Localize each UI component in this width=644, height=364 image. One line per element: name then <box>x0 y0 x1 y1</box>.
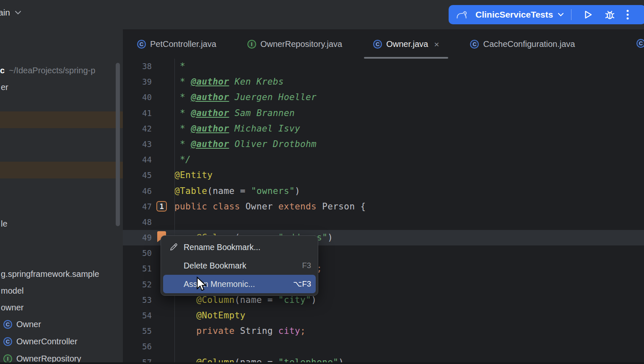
code-token: ) <box>295 186 300 196</box>
line-number[interactable]: 40 <box>123 90 174 105</box>
code-line-48[interactable]: 48 <box>123 214 644 230</box>
tree-item-highlighted[interactable] <box>0 111 123 128</box>
code-editor[interactable]: 38 *39 * @author Ken Krebs40 * @author J… <box>123 59 644 364</box>
line-number[interactable]: 45 <box>123 168 174 183</box>
code-token: @author <box>191 139 229 149</box>
tab-label: Owner.java <box>386 39 428 49</box>
code-token: Owner <box>246 201 278 212</box>
line-number[interactable]: 42 <box>123 121 174 137</box>
code-line-43[interactable]: 43 * @author Oliver Drotbohm <box>123 137 644 152</box>
menu-item-assign-mnemonic[interactable]: Assign Mnemonic...⌥F3 <box>163 275 316 293</box>
code-line-47[interactable]: 47public class Owner extends Person { <box>123 199 644 214</box>
code-line-45[interactable]: 45@Entity <box>123 168 644 183</box>
tree-item-owner[interactable]: owner <box>0 300 123 315</box>
tree-item-project-root[interactable]: c ~/IdeaProjects/spring-p <box>0 63 123 78</box>
tab-label: OwnerRepository.java <box>260 39 342 49</box>
tree-item-le[interactable]: le <box>0 216 123 231</box>
tab-cacheconfiguration-java[interactable]: CCacheConfiguration.java <box>460 29 585 59</box>
menu-item-rename-bookmark[interactable]: Rename Bookmark... <box>161 238 318 256</box>
chevron-down-icon <box>15 11 21 15</box>
code-token: Michael Isvy <box>229 124 300 134</box>
code-token: * <box>174 77 191 87</box>
line-number[interactable]: 54 <box>123 308 174 323</box>
main-toolbar: ain ClinicServiceTests <box>0 0 644 29</box>
line-number[interactable]: 41 <box>123 106 174 121</box>
line-number[interactable]: 46 <box>123 183 174 199</box>
more-vertical-icon <box>626 9 629 20</box>
debug-button[interactable] <box>604 9 615 21</box>
menu-item-label: Delete Bookmark <box>184 261 247 271</box>
tab-partial-class-icon: C <box>636 39 644 48</box>
tree-item-label: model <box>1 286 23 296</box>
code-line-39[interactable]: 39 * @author Ken Krebs <box>123 74 644 90</box>
code-token: "city" <box>278 295 311 305</box>
code-token: * <box>174 108 191 118</box>
tree-item-model[interactable]: model <box>0 283 123 298</box>
run-config-name: ClinicServiceTests <box>475 10 553 20</box>
line-number[interactable]: 56 <box>123 339 174 354</box>
run-config-selector[interactable]: ClinicServiceTests <box>456 10 564 20</box>
tree-item-g-springframework-sample[interactable]: g.springframework.sample <box>0 266 123 281</box>
menu-item-label: Assign Mnemonic... <box>184 279 255 289</box>
code-line-41[interactable]: 41 * @author Sam Brannen <box>123 106 644 121</box>
git-branch-widget[interactable]: ain <box>0 8 21 18</box>
line-number[interactable]: 48 <box>123 214 174 230</box>
code-token: Sam Brannen <box>229 108 295 118</box>
code-line-38[interactable]: 38 * <box>123 59 644 74</box>
code-token: Ken Krebs <box>229 77 283 87</box>
bookmark-mnemonic-badge[interactable]: 1 <box>156 201 167 212</box>
code-text: @NotEmpty <box>174 308 246 323</box>
tab-owner-java[interactable]: COwner.java× <box>363 29 449 59</box>
code-line-40[interactable]: 40 * @author Juergen Hoeller <box>123 90 644 105</box>
code-text: @Table(name = "owners") <box>174 183 300 199</box>
code-line-55[interactable]: 55 private String city; <box>123 323 644 339</box>
code-token: private <box>196 326 240 336</box>
code-text: * <box>174 59 185 74</box>
code-token: * <box>174 139 191 149</box>
code-token: * <box>174 124 191 134</box>
code-line-44[interactable]: 44 */ <box>123 152 644 168</box>
code-line-54[interactable]: 54 @NotEmpty <box>123 308 644 323</box>
tree-item-owner[interactable]: COwner <box>0 317 123 332</box>
code-token: */ <box>174 155 191 165</box>
line-number[interactable]: 43 <box>123 137 174 152</box>
class-icon: C <box>3 337 12 346</box>
line-number[interactable]: 44 <box>123 152 174 168</box>
code-token <box>174 310 196 320</box>
tree-item-highlighted[interactable] <box>0 162 123 178</box>
code-token: * <box>174 61 185 71</box>
code-token: Juergen Hoeller <box>229 92 317 102</box>
code-token: @Table <box>174 186 207 196</box>
tab-ownerrepository-java[interactable]: IOwnerRepository.java <box>237 29 352 59</box>
line-number[interactable]: 38 <box>123 59 174 74</box>
menu-item-delete-bookmark[interactable]: Delete BookmarkF3 <box>161 256 318 275</box>
toolbar-divider <box>571 9 571 20</box>
code-token: extends <box>278 201 322 212</box>
tree-item-label: owner <box>1 303 23 312</box>
code-line-56[interactable]: 56 <box>123 339 644 354</box>
line-number[interactable]: 39 <box>123 74 174 90</box>
play-icon <box>582 9 593 20</box>
menu-item-label: Rename Bookmark... <box>184 243 260 252</box>
bug-icon <box>604 9 615 21</box>
more-options-button[interactable] <box>626 9 629 20</box>
tab-label: PetController.java <box>150 39 216 49</box>
code-line-46[interactable]: 46@Table(name = "owners") <box>123 183 644 199</box>
tree-item-label: g.springframework.sample <box>1 269 99 279</box>
code-token: @author <box>191 124 229 134</box>
window-bottom-edge <box>0 362 644 364</box>
code-line-42[interactable]: 42 * @author Michael Isvy <box>123 121 644 137</box>
code-token: String <box>240 326 278 336</box>
tree-item-er[interactable]: er <box>0 80 123 95</box>
tree-item-ownercontroller[interactable]: COwnerController <box>0 334 123 349</box>
tab-label: CacheConfiguration.java <box>483 39 575 49</box>
git-branch-label: ain <box>0 8 10 18</box>
run-button[interactable] <box>582 9 593 20</box>
close-tab-icon[interactable]: × <box>434 40 439 49</box>
sidebar-scrollbar[interactable] <box>116 63 120 226</box>
tab-petcontroller-java[interactable]: CPetController.java <box>127 29 226 59</box>
code-text: * @author Juergen Hoeller <box>174 90 317 105</box>
code-token: ) <box>327 232 333 243</box>
pencil-icon <box>169 243 179 251</box>
line-number[interactable]: 55 <box>123 323 174 339</box>
